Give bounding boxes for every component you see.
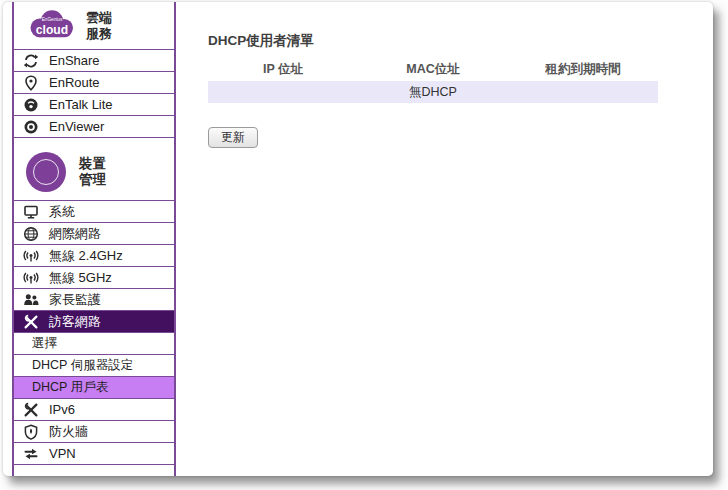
sidebar-item-firewall[interactable]: 防火牆 <box>14 421 174 443</box>
sidebar-item-wireless-5ghz[interactable]: 無線 5GHz <box>14 267 174 289</box>
cloud-services-header: EnGenius cloud 雲端 服務 <box>14 2 174 50</box>
sidebar-item-enshare[interactable]: EnShare <box>14 50 174 72</box>
sidebar-item-enviewer[interactable]: EnViewer <box>14 116 174 138</box>
monitor-icon <box>23 204 39 220</box>
sidebar-item-label: EnShare <box>49 53 100 68</box>
app-window: EnGenius cloud 雲端 服務 EnShare EnRoute EnT… <box>3 2 713 476</box>
main-content: DHCP使用者清單 IP 位址 MAC位址 租約到期時間 無DHCP 更新 <box>208 32 668 148</box>
tools-icon <box>23 314 39 330</box>
sidebar-item-label: EnViewer <box>49 119 104 134</box>
camera-lens-icon <box>23 119 39 135</box>
refresh-button[interactable]: 更新 <box>208 127 258 148</box>
sidebar-item-label: 系統 <box>49 203 75 221</box>
sidebar-item-entalk-lite[interactable]: EnTalk Lite <box>14 94 174 116</box>
cell-ip <box>208 81 358 103</box>
sidebar-subitem-dhcp-server-settings[interactable]: DHCP 伺服器設定 <box>14 355 174 377</box>
sidebar-item-ipv6[interactable]: IPv6 <box>14 399 174 421</box>
shield-icon <box>23 424 39 440</box>
people-icon <box>23 292 39 308</box>
device-management-caption: 裝置 管理 <box>79 156 106 188</box>
sidebar-item-label: EnRoute <box>49 75 100 90</box>
sidebar-item-guest-network[interactable]: 訪客網路 <box>14 311 174 333</box>
column-header-ip-address: IP 位址 <box>208 57 358 81</box>
cell-lease <box>508 81 658 103</box>
device-management-icon <box>26 152 66 192</box>
page-title: DHCP使用者清單 <box>208 32 668 50</box>
sidebar-item-parental-control[interactable]: 家長監護 <box>14 289 174 311</box>
sidebar-item-label: 訪客網路 <box>49 313 101 331</box>
device-management-header: 裝置 管理 <box>14 138 174 201</box>
table-header-row: IP 位址 MAC位址 租約到期時間 <box>208 57 658 81</box>
sidebar-item-label: 無線 5GHz <box>49 269 112 287</box>
sidebar: EnGenius cloud 雲端 服務 EnShare EnRoute EnT… <box>12 2 176 476</box>
sidebar-subitem-dhcp-client-table[interactable]: DHCP 用戶表 <box>14 377 174 399</box>
column-header-mac-address: MAC位址 <box>358 57 508 81</box>
sidebar-item-internet[interactable]: 網際網路 <box>14 223 174 245</box>
sidebar-item-label: IPv6 <box>49 402 75 417</box>
sidebar-item-label: EnTalk Lite <box>49 97 113 112</box>
sidebar-item-label: VPN <box>49 446 76 461</box>
wireless-icon <box>23 270 39 286</box>
table-row: 無DHCP <box>208 81 658 103</box>
sidebar-item-label: 無線 2.4GHz <box>49 247 123 265</box>
vpn-arrows-icon <box>23 446 39 462</box>
svg-text:EnGenius: EnGenius <box>42 16 63 21</box>
sidebar-item-system[interactable]: 系統 <box>14 201 174 223</box>
sidebar-item-enroute[interactable]: EnRoute <box>14 72 174 94</box>
sidebar-item-label: 防火牆 <box>49 423 88 441</box>
tools-icon <box>23 402 39 418</box>
svg-text:cloud: cloud <box>36 22 68 36</box>
sidebar-item-label: DHCP 伺服器設定 <box>32 357 133 374</box>
cell-mac-no-dhcp: 無DHCP <box>358 81 508 103</box>
sidebar-item-label: 家長監護 <box>49 291 101 309</box>
sidebar-subitem-select[interactable]: 選擇 <box>14 333 174 355</box>
location-pin-icon <box>23 75 39 91</box>
phone-circle-icon <box>23 97 39 113</box>
engenius-cloud-logo-icon: EnGenius cloud <box>24 7 80 45</box>
globe-icon <box>23 226 39 242</box>
sidebar-item-vpn[interactable]: VPN <box>14 443 174 465</box>
sidebar-item-label: 選擇 <box>32 335 57 352</box>
sidebar-item-label: 網際網路 <box>49 225 101 243</box>
wireless-icon <box>23 248 39 264</box>
column-header-lease-expiry: 租約到期時間 <box>508 57 658 81</box>
cloud-services-caption: 雲端 服務 <box>86 10 112 41</box>
sidebar-item-label: DHCP 用戶表 <box>32 379 108 396</box>
sidebar-item-wireless-24ghz[interactable]: 無線 2.4GHz <box>14 245 174 267</box>
dhcp-client-table: IP 位址 MAC位址 租約到期時間 無DHCP <box>208 57 658 103</box>
sync-icon <box>23 53 39 69</box>
